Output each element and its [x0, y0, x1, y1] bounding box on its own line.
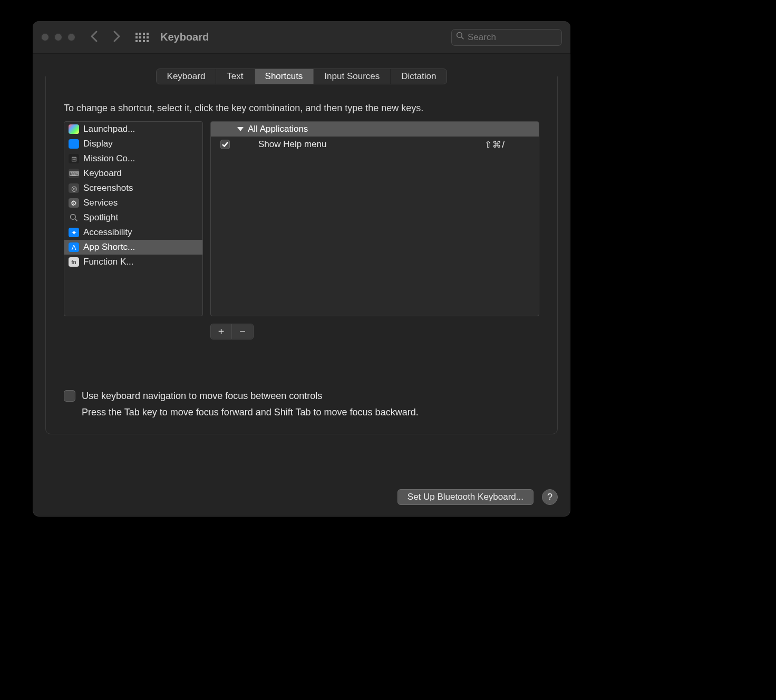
kb-nav-sublabel: Press the Tab key to move focus forward … [82, 407, 539, 418]
spotlight-icon [69, 213, 79, 222]
svg-point-0 [457, 33, 462, 38]
category-row-display[interactable]: Display [64, 137, 202, 151]
kb-nav-checkbox[interactable] [64, 390, 75, 402]
appshortcuts-icon: A [69, 242, 79, 252]
bluetooth-keyboard-button[interactable]: Set Up Bluetooth Keyboard... [397, 489, 534, 505]
kb-nav-row: Use keyboard navigation to move focus be… [64, 390, 539, 402]
help-button[interactable]: ? [542, 489, 558, 505]
traffic-lights [41, 33, 75, 41]
svg-point-2 [71, 215, 76, 220]
category-label: Accessibility [83, 227, 132, 238]
category-row-mission[interactable]: ⊞Mission Co... [64, 151, 202, 166]
add-remove-control: + − [210, 324, 254, 339]
lists-row: Launchpad...Display⊞Mission Co...⌨Keyboa… [46, 121, 557, 316]
category-label: Mission Co... [83, 153, 135, 164]
preferences-window: Keyboard KeyboardTextShortcutsInput Sour… [33, 21, 570, 517]
category-label: Spotlight [83, 212, 118, 223]
show-all-icon[interactable] [135, 33, 149, 42]
shortcut-list[interactable]: All Applications Show Help menu⇧⌘/ [210, 121, 539, 316]
services-icon: ⚙ [69, 198, 79, 208]
close-window-button[interactable] [41, 33, 49, 41]
display-icon [69, 139, 79, 149]
forward-button[interactable] [111, 30, 122, 45]
shortcuts-panel: To change a shortcut, select it, click t… [45, 76, 558, 434]
svg-line-3 [75, 219, 77, 221]
search-input[interactable] [468, 32, 570, 43]
shortcut-group-label: All Applications [248, 124, 308, 134]
category-label: Screenshots [83, 183, 133, 193]
mission-icon: ⊞ [69, 154, 79, 163]
minimize-window-button[interactable] [54, 33, 62, 41]
toolbar: Keyboard [33, 21, 570, 54]
remove-button[interactable]: − [232, 324, 253, 339]
category-label: Keyboard [83, 168, 122, 179]
category-row-screenshots[interactable]: ◎Screenshots [64, 181, 202, 196]
nav-buttons [89, 30, 122, 45]
function-icon: fn [69, 257, 79, 267]
zoom-window-button[interactable] [67, 33, 75, 41]
shortcut-label: Show Help menu [258, 139, 484, 150]
launchpad-icon [69, 124, 79, 134]
category-label: Services [83, 198, 118, 208]
category-label: Display [83, 139, 113, 149]
footer: Set Up Bluetooth Keyboard... ? [397, 489, 558, 505]
search-field[interactable] [451, 29, 562, 46]
keyboard-icon: ⌨ [69, 169, 79, 178]
category-label: Launchpad... [83, 124, 135, 134]
search-icon [456, 32, 464, 43]
back-button[interactable] [89, 30, 100, 45]
category-row-keyboard[interactable]: ⌨Keyboard [64, 166, 202, 181]
svg-line-1 [461, 37, 463, 39]
options: Use keyboard navigation to move focus be… [46, 339, 557, 418]
category-row-accessibility[interactable]: ✦Accessibility [64, 225, 202, 240]
shortcut-row[interactable]: Show Help menu⇧⌘/ [211, 137, 539, 152]
category-list[interactable]: Launchpad...Display⊞Mission Co...⌨Keyboa… [64, 121, 203, 316]
disclosure-triangle-icon[interactable] [237, 127, 244, 131]
category-label: Function K... [83, 257, 133, 267]
category-row-appshortcuts[interactable]: AApp Shortc... [64, 240, 202, 255]
panel-title: Keyboard [160, 31, 209, 43]
add-button[interactable]: + [211, 324, 232, 339]
category-row-launchpad[interactable]: Launchpad... [64, 122, 202, 137]
category-row-spotlight[interactable]: Spotlight [64, 210, 202, 225]
kb-nav-label: Use keyboard navigation to move focus be… [82, 391, 322, 402]
instruction-text: To change a shortcut, select it, click t… [46, 103, 557, 121]
shortcut-group-row[interactable]: All Applications [211, 122, 539, 137]
category-label: App Shortc... [83, 242, 135, 252]
screenshots-icon: ◎ [69, 183, 79, 193]
shortcut-keys[interactable]: ⇧⌘/ [484, 139, 529, 150]
shortcut-enabled-checkbox[interactable] [220, 140, 230, 149]
category-row-services[interactable]: ⚙Services [64, 196, 202, 210]
category-row-function[interactable]: fnFunction K... [64, 255, 202, 269]
accessibility-icon: ✦ [69, 228, 79, 237]
